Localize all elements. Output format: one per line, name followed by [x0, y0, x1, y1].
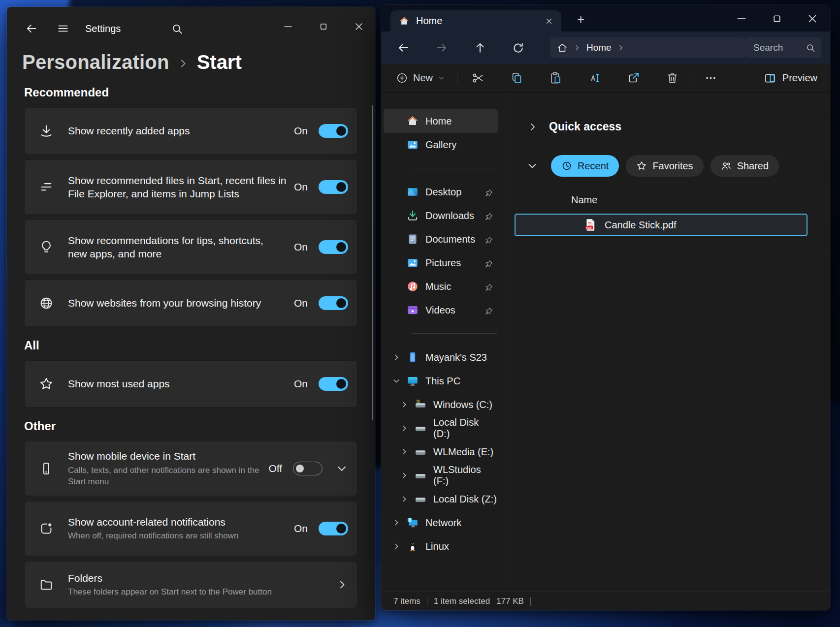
maximize-button[interactable]	[770, 12, 784, 26]
copy-button[interactable]	[508, 69, 525, 87]
scrollbar[interactable]	[372, 105, 373, 420]
sidebar-item-this-pc[interactable]: This PC	[384, 369, 498, 393]
sidebar-label: Videos	[425, 305, 455, 316]
back-button[interactable]	[22, 19, 41, 38]
settings-content: Recommended Show recently added apps On …	[7, 86, 375, 608]
search-input[interactable]	[752, 42, 806, 54]
chevron-right-icon[interactable]	[398, 495, 410, 503]
maximize-button[interactable]	[317, 20, 330, 33]
setting-row-recommended-files[interactable]: Show recommended files in Start, recent …	[24, 159, 357, 215]
refresh-button[interactable]	[510, 40, 526, 56]
setting-row-mobile-device[interactable]: Show mobile device in Start Calls, texts…	[24, 441, 357, 496]
sidebar-item-windows-c[interactable]: Windows (C:)	[384, 393, 498, 416]
chevron-down-icon[interactable]	[390, 376, 402, 385]
new-tab-button[interactable]: +	[574, 12, 587, 27]
nav-back-button[interactable]	[395, 39, 412, 56]
close-button[interactable]	[352, 20, 366, 33]
address-segment[interactable]: Home	[586, 42, 612, 53]
toggle-switch[interactable]	[319, 296, 348, 310]
explorer-sidebar: Home Gallery Desktop Downloads	[381, 93, 506, 592]
chevron-down-icon[interactable]	[526, 160, 538, 172]
nav-forward-button[interactable]	[433, 39, 450, 56]
sidebar-label: Music	[425, 281, 451, 292]
sidebar-item-videos[interactable]: Videos	[384, 298, 498, 322]
toggle-switch[interactable]	[319, 124, 348, 138]
file-explorer-window: Home + Home	[381, 5, 830, 610]
breadcrumb-parent[interactable]: Personalization	[22, 51, 169, 73]
list-icon	[25, 180, 68, 194]
setting-row-account-notifications[interactable]: Show account-related notifications When …	[24, 501, 357, 556]
pictures-icon	[406, 256, 419, 269]
rename-button[interactable]	[586, 69, 603, 87]
toggle-switch[interactable]	[319, 180, 348, 194]
cut-button[interactable]	[469, 69, 486, 87]
toggle-switch[interactable]	[293, 462, 323, 475]
chevron-right-icon[interactable]	[398, 471, 410, 480]
sidebar-item-pictures[interactable]: Pictures	[384, 251, 498, 275]
sidebar-item-desktop[interactable]: Desktop	[384, 180, 498, 204]
column-header-name[interactable]: Name	[571, 194, 830, 206]
filter-favorites[interactable]: Favorites	[626, 155, 703, 177]
sidebar-item-local-disk-z[interactable]: Local Disk (Z:)	[384, 487, 498, 511]
tab-close-icon[interactable]	[544, 16, 554, 27]
gallery-icon	[406, 138, 419, 151]
sidebar-label: Gallery	[425, 139, 456, 151]
tab-home[interactable]: Home	[390, 10, 561, 31]
paste-icon	[549, 71, 562, 85]
setting-row-websites[interactable]: Show websites from your browsing history…	[24, 280, 357, 327]
setting-row-folders[interactable]: Folders These folders appear on Start ne…	[24, 561, 357, 608]
setting-row-most-used[interactable]: Show most used apps On	[24, 360, 357, 408]
sidebar-label: Documents	[425, 234, 475, 245]
filter-shared[interactable]: Shared	[711, 155, 779, 177]
close-button[interactable]	[806, 12, 819, 26]
toggle-switch[interactable]	[319, 377, 348, 391]
sidebar-item-downloads[interactable]: Downloads	[384, 204, 498, 227]
sidebar-item-gallery[interactable]: Gallery	[384, 133, 498, 157]
address-bar[interactable]: Home	[550, 37, 744, 58]
setting-row-recently-added[interactable]: Show recently added apps On	[24, 107, 357, 155]
file-row-selected[interactable]: Candle Stick.pdf	[515, 214, 808, 236]
sidebar-item-music[interactable]: Music	[384, 275, 498, 298]
setting-row-recommendations[interactable]: Show recommendations for tips, shortcuts…	[24, 219, 357, 275]
phone-icon	[25, 461, 68, 476]
sidebar-item-local-disk-d[interactable]: Local Disk (D:)	[384, 416, 498, 440]
preview-toggle-button[interactable]: Preview	[763, 70, 818, 87]
chevron-right-icon[interactable]	[527, 122, 538, 132]
nav-up-button[interactable]	[472, 39, 488, 56]
sidebar-item-documents[interactable]: Documents	[384, 227, 498, 251]
chevron-right-icon[interactable]	[398, 400, 410, 409]
chevron-right-icon[interactable]	[398, 424, 410, 433]
paste-button[interactable]	[547, 69, 564, 87]
chevron-right-icon[interactable]	[617, 44, 625, 52]
search-icon	[806, 43, 815, 53]
chevron-right-icon[interactable]	[398, 447, 410, 456]
chevron-down-icon[interactable]	[335, 462, 348, 475]
chevron-right-icon[interactable]	[573, 44, 581, 52]
chevron-right-icon[interactable]	[390, 353, 402, 362]
quick-access-header[interactable]: Quick access	[527, 120, 830, 133]
share-button[interactable]	[625, 69, 642, 87]
sidebar-item-linux[interactable]: Linux	[384, 534, 498, 558]
star-icon	[25, 376, 68, 391]
search-icon[interactable]	[168, 20, 186, 38]
delete-button[interactable]	[664, 69, 681, 87]
clock-icon	[561, 160, 572, 171]
sidebar-item-home[interactable]: Home	[384, 109, 498, 133]
minimize-button[interactable]	[281, 20, 295, 33]
minimize-button[interactable]	[735, 12, 748, 26]
chevron-right-icon[interactable]	[390, 542, 402, 551]
account-icon	[25, 521, 68, 536]
toggle-switch[interactable]	[319, 240, 348, 254]
sidebar-item-phone[interactable]: Mayank's S23	[384, 345, 498, 369]
search-box[interactable]	[744, 37, 821, 58]
toggle-switch[interactable]	[319, 522, 348, 535]
sidebar-item-wlstudios-f[interactable]: WLStudios (F:)	[384, 464, 498, 487]
sidebar-item-wlmedia-e[interactable]: WLMedia (E:)	[384, 440, 498, 464]
navigation-menu-button[interactable]	[54, 19, 72, 38]
new-button[interactable]: New	[393, 70, 448, 86]
chevron-right-icon[interactable]	[390, 518, 402, 527]
quick-access-title: Quick access	[549, 120, 621, 133]
sidebar-item-network[interactable]: Network	[384, 511, 498, 534]
more-options-button[interactable]	[702, 69, 719, 87]
filter-recent[interactable]: Recent	[551, 155, 619, 177]
